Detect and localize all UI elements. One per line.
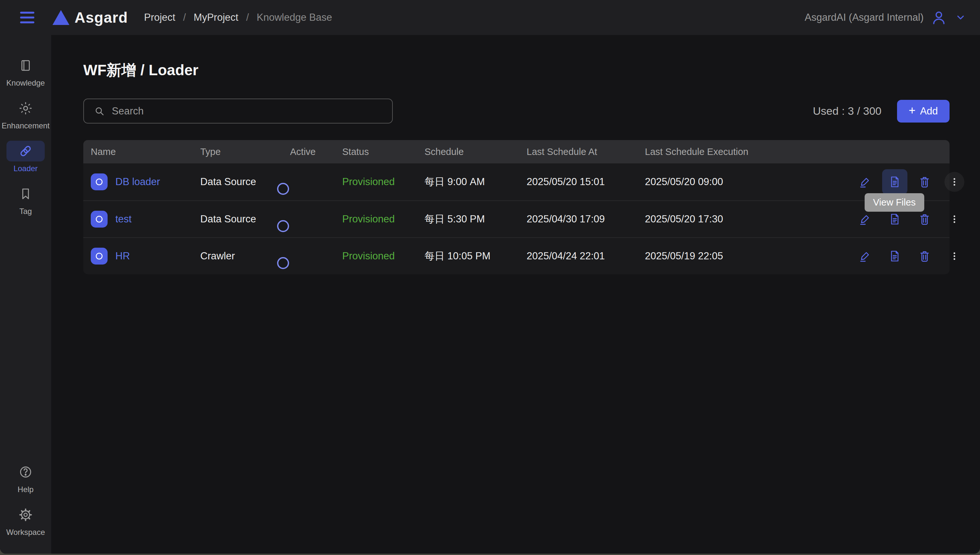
breadcrumb-separator: /	[246, 12, 249, 23]
sidebar-item-label: Knowledge	[6, 79, 45, 88]
app-window: Asgard Project / MyProject / Knowledge B…	[0, 0, 980, 554]
status-badge: Provisioned	[342, 176, 424, 188]
loader-type-icon	[91, 248, 107, 265]
column-header-name: Name	[91, 146, 200, 157]
plus-icon: +	[909, 105, 916, 116]
row-type: Crawler	[200, 250, 290, 262]
search-input[interactable]	[112, 105, 383, 117]
toggle-knob	[277, 220, 289, 232]
view-files-button[interactable]	[882, 169, 907, 194]
sidebar-item-enhancement[interactable]: Enhancement	[0, 98, 51, 130]
loader-type-icon	[91, 211, 107, 228]
sidebar-item-workspace[interactable]: Workspace	[0, 504, 51, 537]
column-header-active: Active	[290, 146, 342, 157]
row-name-link[interactable]: DB loader	[115, 176, 160, 188]
table-row: DB loader Data Source Provisioned 每日 9:0…	[83, 164, 950, 201]
row-type: Data Source	[200, 176, 290, 188]
column-header-status: Status	[342, 146, 424, 157]
loader-table: Name Type Active Status Schedule Last Sc…	[83, 140, 950, 274]
breadcrumb-knowledge-base: Knowledge Base	[257, 12, 332, 23]
row-type: Data Source	[200, 213, 290, 225]
sidebar-item-label: Enhancement	[2, 121, 50, 130]
bookmark-icon	[6, 183, 45, 204]
main-content: WF新增 / Loader Used : 3 / 300 + Add	[51, 35, 980, 554]
more-actions-button[interactable]	[942, 207, 967, 232]
top-bar: Asgard Project / MyProject / Knowledge B…	[0, 0, 980, 35]
sidebar-item-knowledge[interactable]: Knowledge	[0, 55, 51, 88]
row-schedule: 每日 10:05 PM	[424, 249, 527, 263]
column-header-type: Type	[200, 146, 290, 157]
page-title: WF新增 / Loader	[83, 60, 950, 80]
status-badge: Provisioned	[342, 250, 424, 262]
sidebar-item-label: Help	[18, 485, 34, 494]
sidebar: Knowledge Enhancement	[0, 35, 51, 554]
user-icon[interactable]	[931, 10, 947, 26]
row-last-schedule-at: 2025/04/30 17:09	[527, 213, 645, 225]
row-name-link[interactable]: HR	[115, 250, 130, 262]
add-button-label: Add	[920, 105, 938, 117]
row-last-schedule-execution: 2025/05/20 17:30	[645, 213, 852, 225]
row-schedule: 每日 9:00 AM	[424, 175, 527, 189]
help-icon	[6, 462, 45, 482]
menu-icon[interactable]	[20, 12, 34, 23]
sidebar-item-label: Workspace	[6, 528, 45, 537]
column-header-schedule: Schedule	[424, 146, 527, 157]
breadcrumb: Project / MyProject / Knowledge Base	[144, 12, 332, 23]
more-actions-button[interactable]	[942, 244, 967, 269]
search-icon	[94, 105, 105, 117]
breadcrumb-separator: /	[183, 12, 186, 23]
row-last-schedule-execution: 2025/05/20 09:00	[645, 176, 852, 188]
table-row: test Data Source Provisioned 每日 5:30 PM …	[83, 201, 950, 237]
view-files-button[interactable]	[882, 244, 907, 269]
breadcrumb-myproject[interactable]: MyProject	[194, 12, 239, 23]
column-header-last-schedule-at: Last Schedule At	[527, 146, 645, 157]
breadcrumb-project[interactable]: Project	[144, 12, 175, 23]
sidebar-item-loader[interactable]: Loader	[0, 141, 51, 173]
delete-button[interactable]	[912, 244, 937, 269]
row-last-schedule-at: 2025/04/24 22:01	[527, 250, 645, 262]
account-menu[interactable]: AsgardAI (Asgard Internal)	[805, 10, 967, 26]
link-icon	[6, 141, 45, 162]
row-last-schedule-execution: 2025/05/19 22:05	[645, 250, 852, 262]
book-icon	[6, 55, 45, 76]
sidebar-item-label: Loader	[14, 164, 38, 173]
row-name-link[interactable]: test	[115, 213, 131, 225]
sidebar-item-tag[interactable]: Tag	[0, 183, 51, 216]
search-box	[83, 99, 393, 124]
chevron-down-icon[interactable]	[954, 11, 967, 24]
loader-type-icon	[91, 173, 107, 190]
toggle-knob	[277, 257, 289, 269]
delete-button[interactable]	[912, 169, 937, 194]
gear-icon	[6, 504, 45, 525]
toggle-knob	[277, 183, 289, 195]
sun-icon	[6, 98, 45, 119]
sidebar-item-help[interactable]: Help	[0, 462, 51, 494]
add-button[interactable]: + Add	[897, 100, 950, 122]
app-logo: Asgard	[53, 9, 128, 26]
more-actions-button[interactable]	[942, 169, 967, 194]
table-header-row: Name Type Active Status Schedule Last Sc…	[83, 140, 950, 164]
status-badge: Provisioned	[342, 213, 424, 225]
row-last-schedule-at: 2025/05/20 15:01	[527, 176, 645, 188]
sidebar-item-label: Tag	[19, 207, 32, 216]
column-header-last-schedule-execution: Last Schedule Execution	[645, 146, 852, 157]
account-label: AsgardAI (Asgard Internal)	[805, 12, 924, 23]
edit-button[interactable]	[852, 244, 878, 269]
view-files-tooltip: View Files	[865, 193, 924, 212]
usage-counter: Used : 3 / 300	[813, 105, 881, 117]
edit-button[interactable]	[852, 169, 878, 194]
row-schedule: 每日 5:30 PM	[424, 212, 527, 226]
toolbar: Used : 3 / 300 + Add	[83, 99, 950, 124]
triangle-logo-icon	[53, 10, 69, 25]
app-logo-text: Asgard	[75, 9, 128, 26]
table-row: HR Crawler Provisioned 每日 10:05 PM 2025/…	[83, 237, 950, 274]
